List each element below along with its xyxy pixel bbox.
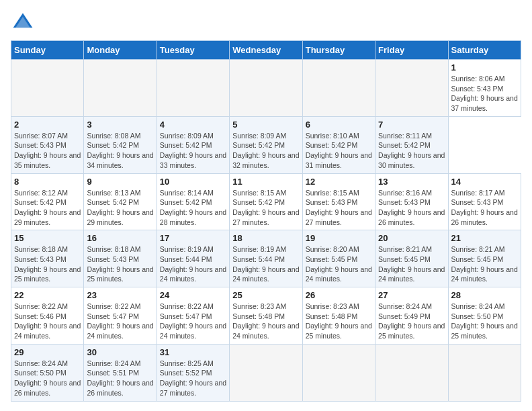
day-info: Sunrise: 8:24 AMSunset: 5:50 PMDaylight:… [14, 359, 81, 398]
calendar-day: 30 Sunrise: 8:24 AMSunset: 5:51 PMDaylig… [84, 344, 157, 401]
calendar-day: 17 Sunrise: 8:19 AMSunset: 5:44 PMDaylig… [157, 230, 229, 287]
calendar-day: 4 Sunrise: 8:09 AMSunset: 5:42 PMDayligh… [157, 116, 229, 173]
day-info: Sunrise: 8:25 AMSunset: 5:52 PMDaylight:… [160, 359, 226, 398]
calendar-day: 16 Sunrise: 8:18 AMSunset: 5:43 PMDaylig… [84, 230, 157, 287]
day-number: 15 [14, 233, 81, 243]
calendar-day: 27 Sunrise: 8:24 AMSunset: 5:49 PMDaylig… [375, 287, 448, 345]
day-number: 22 [14, 290, 81, 300]
calendar-day: 29 Sunrise: 8:24 AMSunset: 5:50 PMDaylig… [11, 344, 84, 401]
day-info: Sunrise: 8:13 AMSunset: 5:42 PMDaylight:… [87, 188, 153, 228]
empty-cell [157, 60, 229, 117]
day-info: Sunrise: 8:16 AMSunset: 5:43 PMDaylight:… [378, 188, 445, 228]
day-info: Sunrise: 8:22 AMSunset: 5:47 PMDaylight:… [160, 302, 226, 341]
day-info: Sunrise: 8:15 AMSunset: 5:42 PMDaylight:… [232, 188, 299, 228]
day-number: 20 [378, 233, 445, 243]
day-info: Sunrise: 8:09 AMSunset: 5:42 PMDaylight:… [232, 131, 299, 171]
day-number: 9 [87, 177, 153, 187]
day-number: 25 [232, 290, 299, 300]
calendar-day [375, 344, 448, 401]
day-number: 30 [87, 347, 153, 357]
calendar-day: 12 Sunrise: 8:15 AMSunset: 5:43 PMDaylig… [302, 173, 375, 230]
day-number: 10 [160, 177, 226, 187]
calendar-day: 1 Sunrise: 8:06 AMSunset: 5:43 PMDayligh… [448, 60, 521, 117]
empty-cell [84, 60, 157, 117]
day-info: Sunrise: 8:17 AMSunset: 5:43 PMDaylight:… [451, 188, 518, 228]
day-info: Sunrise: 8:09 AMSunset: 5:42 PMDaylight:… [160, 131, 226, 171]
calendar-week-row: 22 Sunrise: 8:22 AMSunset: 5:46 PMDaylig… [11, 287, 521, 345]
calendar-day: 28 Sunrise: 8:24 AMSunset: 5:50 PMDaylig… [448, 287, 521, 345]
empty-cell [375, 60, 448, 117]
day-number: 12 [306, 177, 372, 187]
col-header-thursday: Thursday [302, 41, 375, 60]
calendar-day [302, 344, 375, 401]
day-number: 16 [87, 233, 153, 243]
empty-cell [11, 60, 84, 117]
day-info: Sunrise: 8:07 AMSunset: 5:43 PMDaylight:… [14, 131, 81, 171]
day-number: 27 [378, 290, 445, 300]
day-info: Sunrise: 8:15 AMSunset: 5:43 PMDaylight:… [306, 188, 372, 228]
day-info: Sunrise: 8:19 AMSunset: 5:44 PMDaylight:… [160, 244, 226, 284]
calendar-day: 2 Sunrise: 8:07 AMSunset: 5:43 PMDayligh… [11, 116, 84, 173]
day-number: 6 [306, 120, 372, 130]
day-info: Sunrise: 8:22 AMSunset: 5:46 PMDaylight:… [14, 302, 81, 341]
calendar-week-row: 1 Sunrise: 8:06 AMSunset: 5:43 PMDayligh… [11, 60, 521, 117]
day-number: 19 [306, 233, 372, 243]
calendar-day: 21 Sunrise: 8:21 AMSunset: 5:45 PMDaylig… [448, 230, 521, 287]
col-header-wednesday: Wednesday [230, 41, 302, 60]
calendar-day: 25 Sunrise: 8:23 AMSunset: 5:48 PMDaylig… [230, 287, 302, 345]
calendar-day: 26 Sunrise: 8:23 AMSunset: 5:48 PMDaylig… [302, 287, 375, 345]
day-info: Sunrise: 8:18 AMSunset: 5:43 PMDaylight:… [87, 244, 153, 284]
empty-cell [230, 60, 302, 117]
day-number: 29 [14, 347, 81, 357]
col-header-sunday: Sunday [11, 41, 84, 60]
calendar-day: 31 Sunrise: 8:25 AMSunset: 5:52 PMDaylig… [157, 344, 229, 401]
day-number: 7 [378, 120, 445, 130]
calendar-day: 5 Sunrise: 8:09 AMSunset: 5:42 PMDayligh… [230, 116, 302, 173]
day-info: Sunrise: 8:24 AMSunset: 5:50 PMDaylight:… [451, 302, 518, 341]
day-number: 18 [232, 233, 299, 243]
day-number: 21 [451, 233, 518, 243]
calendar-header-row: SundayMondayTuesdayWednesdayThursdayFrid… [11, 41, 521, 60]
day-info: Sunrise: 8:12 AMSunset: 5:42 PMDaylight:… [14, 188, 81, 228]
day-number: 4 [160, 120, 226, 130]
day-info: Sunrise: 8:14 AMSunset: 5:42 PMDaylight:… [160, 188, 226, 228]
day-number: 1 [451, 62, 518, 73]
day-info: Sunrise: 8:21 AMSunset: 5:45 PMDaylight:… [378, 244, 445, 284]
calendar-day: 7 Sunrise: 8:11 AMSunset: 5:42 PMDayligh… [375, 116, 448, 173]
calendar-day [448, 344, 521, 401]
calendar-day [230, 344, 302, 401]
day-number: 28 [451, 290, 518, 300]
calendar-day: 19 Sunrise: 8:20 AMSunset: 5:45 PMDaylig… [302, 230, 375, 287]
logo-icon [11, 11, 35, 35]
col-header-monday: Monday [84, 41, 157, 60]
day-number: 23 [87, 290, 153, 300]
col-header-tuesday: Tuesday [157, 41, 229, 60]
day-info: Sunrise: 8:18 AMSunset: 5:43 PMDaylight:… [14, 244, 81, 284]
calendar-day: 13 Sunrise: 8:16 AMSunset: 5:43 PMDaylig… [375, 173, 448, 230]
calendar-day: 20 Sunrise: 8:21 AMSunset: 5:45 PMDaylig… [375, 230, 448, 287]
col-header-friday: Friday [375, 41, 448, 60]
calendar-day: 11 Sunrise: 8:15 AMSunset: 5:42 PMDaylig… [230, 173, 302, 230]
calendar-day: 3 Sunrise: 8:08 AMSunset: 5:42 PMDayligh… [84, 116, 157, 173]
day-info: Sunrise: 8:24 AMSunset: 5:51 PMDaylight:… [87, 359, 153, 398]
day-info: Sunrise: 8:20 AMSunset: 5:45 PMDaylight:… [306, 244, 372, 284]
day-info: Sunrise: 8:19 AMSunset: 5:44 PMDaylight:… [232, 244, 299, 284]
empty-cell [302, 60, 375, 117]
calendar-day: 6 Sunrise: 8:10 AMSunset: 5:42 PMDayligh… [302, 116, 375, 173]
day-number: 5 [232, 120, 299, 130]
day-number: 31 [160, 347, 226, 357]
calendar-day: 24 Sunrise: 8:22 AMSunset: 5:47 PMDaylig… [157, 287, 229, 345]
calendar-day: 8 Sunrise: 8:12 AMSunset: 5:42 PMDayligh… [11, 173, 84, 230]
day-number: 3 [87, 120, 153, 130]
col-header-saturday: Saturday [448, 41, 521, 60]
day-info: Sunrise: 8:08 AMSunset: 5:42 PMDaylight:… [87, 131, 153, 171]
calendar-week-row: 15 Sunrise: 8:18 AMSunset: 5:43 PMDaylig… [11, 230, 521, 287]
day-info: Sunrise: 8:10 AMSunset: 5:42 PMDaylight:… [306, 131, 372, 171]
day-number: 24 [160, 290, 226, 300]
calendar-table: SundayMondayTuesdayWednesdayThursdayFrid… [11, 40, 521, 402]
day-info: Sunrise: 8:06 AMSunset: 5:43 PMDaylight:… [451, 74, 518, 113]
calendar-day: 15 Sunrise: 8:18 AMSunset: 5:43 PMDaylig… [11, 230, 84, 287]
day-info: Sunrise: 8:22 AMSunset: 5:47 PMDaylight:… [87, 302, 153, 341]
day-number: 2 [14, 120, 81, 130]
day-info: Sunrise: 8:23 AMSunset: 5:48 PMDaylight:… [306, 302, 372, 341]
